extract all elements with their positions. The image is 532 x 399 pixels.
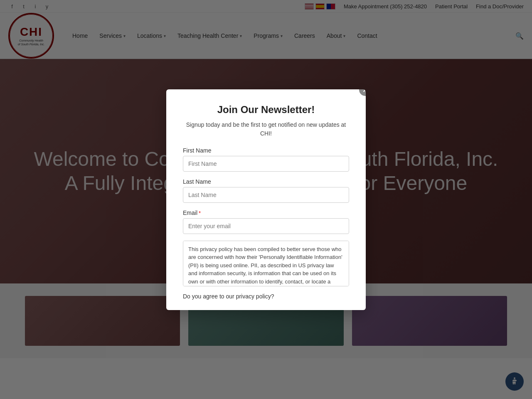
first-name-label: First Name <box>183 147 349 154</box>
modal-overlay[interactable]: X Join Our Newsletter! Signup today and … <box>0 0 532 358</box>
privacy-policy-text[interactable]: This privacy policy has been compiled to… <box>183 241 349 286</box>
privacy-group: This privacy policy has been compiled to… <box>183 241 349 286</box>
modal-title: Join Our Newsletter! <box>183 104 349 116</box>
last-name-input[interactable] <box>183 187 349 203</box>
email-label: Email* <box>183 209 349 216</box>
first-name-group: First Name <box>183 147 349 172</box>
email-input[interactable] <box>183 218 349 234</box>
privacy-question: Do you agree to our privacy policy? <box>183 293 349 300</box>
email-group: Email* <box>183 209 349 234</box>
modal-close-button[interactable]: X <box>359 89 366 96</box>
newsletter-modal: X Join Our Newsletter! Signup today and … <box>166 89 366 310</box>
first-name-input[interactable] <box>183 156 349 172</box>
required-indicator: * <box>199 210 201 216</box>
last-name-label: Last Name <box>183 178 349 185</box>
last-name-group: Last Name <box>183 178 349 203</box>
modal-subtitle: Signup today and be the first to get not… <box>183 121 349 138</box>
